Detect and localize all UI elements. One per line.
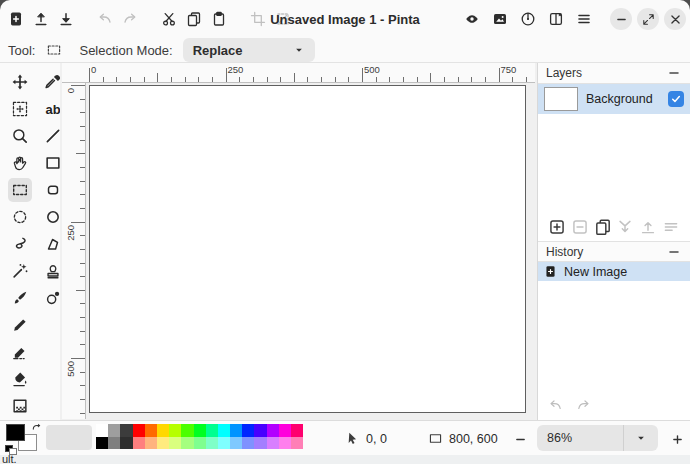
adjustments-menu-button[interactable] (516, 7, 540, 31)
tool-gradient[interactable] (8, 394, 32, 418)
save-image-button[interactable] (54, 7, 78, 31)
palette-swatch[interactable] (279, 424, 291, 437)
palette-swatch[interactable] (230, 437, 242, 450)
tool-pencil[interactable] (8, 313, 32, 337)
palette-swatch[interactable] (194, 424, 206, 437)
tool-paint-bucket[interactable] (8, 367, 32, 391)
raise-layer-button[interactable] (639, 218, 657, 236)
palette-swatch[interactable] (145, 424, 157, 437)
duplicate-layer-button[interactable] (594, 218, 612, 236)
tool-move-selection[interactable] (8, 97, 32, 121)
palette-swatch[interactable] (279, 437, 291, 450)
tool-zoom[interactable] (8, 124, 32, 148)
history-item[interactable]: New Image (538, 262, 690, 281)
palette-swatch[interactable] (242, 424, 254, 437)
titlebar-left-buttons (4, 7, 295, 31)
canvas[interactable] (89, 85, 526, 413)
palette-swatch[interactable] (157, 424, 169, 437)
tool-paintbrush[interactable] (8, 286, 32, 310)
tool-ellipse-select[interactable] (8, 205, 32, 229)
palette-swatch[interactable] (291, 437, 303, 450)
undo-button[interactable] (93, 7, 117, 31)
tool-lasso-select[interactable] (8, 232, 32, 256)
tool-move-selected[interactable] (8, 70, 32, 94)
swap-colors-icon[interactable] (31, 422, 43, 434)
layer-properties-button[interactable] (662, 218, 680, 236)
view-menu-button[interactable] (460, 7, 484, 31)
palette-swatch[interactable] (120, 437, 132, 450)
layer-row[interactable]: Background (538, 84, 690, 114)
palette-swatch[interactable] (206, 424, 218, 437)
add-layer-button[interactable] (548, 218, 566, 236)
palette-swatch[interactable] (218, 437, 230, 450)
checkmark-icon (670, 93, 682, 105)
palette-swatch[interactable] (230, 424, 242, 437)
palette-swatch[interactable] (96, 437, 108, 450)
open-image-button[interactable] (29, 7, 53, 31)
layer-visibility-checkbox[interactable] (668, 91, 684, 107)
delete-layer-button[interactable] (571, 218, 589, 236)
image-menu-icon (492, 11, 508, 27)
palette-swatch[interactable] (206, 437, 218, 450)
minimize-button[interactable] (610, 8, 632, 30)
palette-swatch[interactable] (133, 437, 145, 450)
paste-button[interactable] (207, 7, 231, 31)
redo-button[interactable] (118, 7, 142, 31)
layer-properties-icon (662, 218, 680, 236)
close-icon (669, 13, 682, 26)
history-redo-button[interactable] (572, 394, 594, 416)
maximize-button[interactable] (637, 8, 659, 30)
new-image-button[interactable] (4, 7, 28, 31)
palette-swatch[interactable] (169, 437, 181, 450)
main-menu-button[interactable] (572, 7, 596, 31)
palette-swatch[interactable] (267, 437, 279, 450)
gradient-icon (11, 397, 29, 415)
collapse-icon[interactable] (666, 65, 682, 81)
palette-swatch[interactable] (218, 424, 230, 437)
save-icon (58, 11, 74, 27)
palette-swatch[interactable] (96, 424, 108, 437)
palette-swatch[interactable] (108, 424, 120, 437)
tool-eraser[interactable] (8, 340, 32, 364)
tool-rectangle-select[interactable] (8, 178, 32, 202)
tool-magic-wand[interactable] (8, 259, 32, 283)
pan-icon (11, 154, 29, 172)
palette-swatch[interactable] (181, 424, 193, 437)
effects-menu-button[interactable] (544, 7, 568, 31)
image-menu-button[interactable] (488, 7, 512, 31)
palette-swatch[interactable] (267, 424, 279, 437)
palette-swatch[interactable] (194, 437, 206, 450)
palette-swatch[interactable] (181, 437, 193, 450)
reset-colors-icon-back[interactable] (9, 448, 17, 455)
merge-layer-down-button[interactable] (616, 218, 634, 236)
layers-panel-header: Layers (538, 63, 690, 84)
collapse-icon[interactable] (666, 244, 682, 260)
palette-swatch[interactable] (120, 424, 132, 437)
palette-swatch[interactable] (254, 437, 266, 450)
palette-swatch[interactable] (169, 424, 181, 437)
palette-swatch[interactable] (145, 437, 157, 450)
palette-swatch[interactable] (133, 424, 145, 437)
clipped-tooltip-text: ult. (2, 455, 17, 464)
copy-button[interactable] (182, 7, 206, 31)
cut-button[interactable] (157, 7, 181, 31)
crop-to-selection-button[interactable] (246, 7, 270, 31)
primary-color-swatch[interactable] (6, 424, 25, 441)
selection-mode-dropdown[interactable]: Replace (183, 38, 315, 62)
palette-swatch[interactable] (108, 437, 120, 450)
zoom-in-button[interactable] (665, 427, 689, 451)
zoom-level-dropdown[interactable]: 86% (537, 425, 658, 451)
palette-swatch[interactable] (242, 437, 254, 450)
deselect-button[interactable] (271, 7, 295, 31)
tool-options-bar: Tool: Selection Mode: Replace (0, 38, 690, 63)
palette-swatch[interactable] (291, 424, 303, 437)
zoom-out-button[interactable] (508, 427, 532, 451)
tool-pan[interactable] (8, 151, 32, 175)
palette-swatch[interactable] (254, 424, 266, 437)
recently-used-colors[interactable] (46, 425, 92, 450)
history-undo-button[interactable] (544, 394, 566, 416)
copy-icon (186, 11, 202, 27)
close-button[interactable] (664, 8, 686, 30)
layers-panel-title: Layers (546, 66, 666, 80)
palette-swatch[interactable] (157, 437, 169, 450)
